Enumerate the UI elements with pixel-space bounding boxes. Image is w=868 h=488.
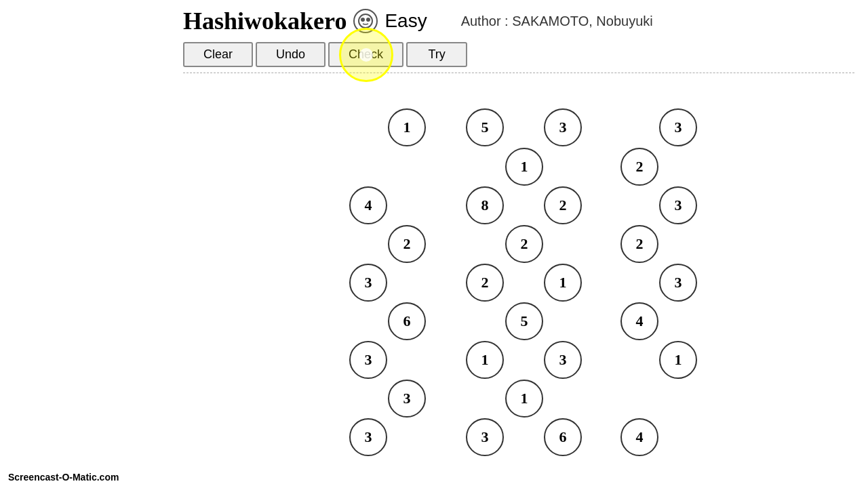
node-n18[interactable]: 6 <box>388 302 426 340</box>
node-n15[interactable]: 2 <box>466 264 504 302</box>
node-n23[interactable]: 3 <box>544 341 582 379</box>
node-n14[interactable]: 3 <box>349 264 387 302</box>
try-button[interactable]: Try <box>406 42 467 67</box>
author-label: Author : SAKAMOTO, Nobuyuki <box>461 14 653 29</box>
node-n21[interactable]: 3 <box>349 341 387 379</box>
clear-button[interactable]: Clear <box>183 42 253 67</box>
node-n20[interactable]: 4 <box>620 302 658 340</box>
node-n6[interactable]: 2 <box>620 148 658 186</box>
svg-point-1 <box>361 18 364 21</box>
app-icon <box>353 9 378 33</box>
node-n19[interactable]: 5 <box>505 302 543 340</box>
node-n30[interactable]: 4 <box>620 418 658 456</box>
difficulty-label: Easy <box>384 10 427 32</box>
node-n4[interactable]: 3 <box>659 108 697 146</box>
node-n11[interactable]: 2 <box>388 225 426 263</box>
game-area[interactable]: 153312482322232136543131313364 <box>0 73 868 480</box>
node-n13[interactable]: 2 <box>620 225 658 263</box>
node-n7[interactable]: 4 <box>349 186 387 224</box>
node-n1[interactable]: 1 <box>388 108 426 146</box>
app-title: Hashiwokakero <box>183 7 347 35</box>
node-n17[interactable]: 3 <box>659 264 697 302</box>
node-n12[interactable]: 2 <box>505 225 543 263</box>
watermark: Screencast-O-Matic.com <box>8 472 119 483</box>
header: Hashiwokakero Easy Author : SAKAMOTO, No… <box>0 0 868 39</box>
node-n26[interactable]: 1 <box>505 380 543 418</box>
toolbar: Clear Undo Check Try <box>0 39 868 73</box>
node-n22[interactable]: 1 <box>466 341 504 379</box>
svg-point-2 <box>367 18 370 21</box>
node-n25[interactable]: 3 <box>388 380 426 418</box>
node-n24[interactable]: 1 <box>659 341 697 379</box>
check-button[interactable]: Check <box>328 42 403 67</box>
node-n28[interactable]: 3 <box>466 418 504 456</box>
node-n16[interactable]: 1 <box>544 264 582 302</box>
node-n27[interactable]: 3 <box>349 418 387 456</box>
undo-button[interactable]: Undo <box>256 42 326 67</box>
node-n5[interactable]: 1 <box>505 148 543 186</box>
node-n2[interactable]: 5 <box>466 108 504 146</box>
svg-point-0 <box>359 14 372 28</box>
node-n10[interactable]: 3 <box>659 186 697 224</box>
node-n9[interactable]: 2 <box>544 186 582 224</box>
node-n29[interactable]: 6 <box>544 418 582 456</box>
node-n3[interactable]: 3 <box>544 108 582 146</box>
node-n8[interactable]: 8 <box>466 186 504 224</box>
